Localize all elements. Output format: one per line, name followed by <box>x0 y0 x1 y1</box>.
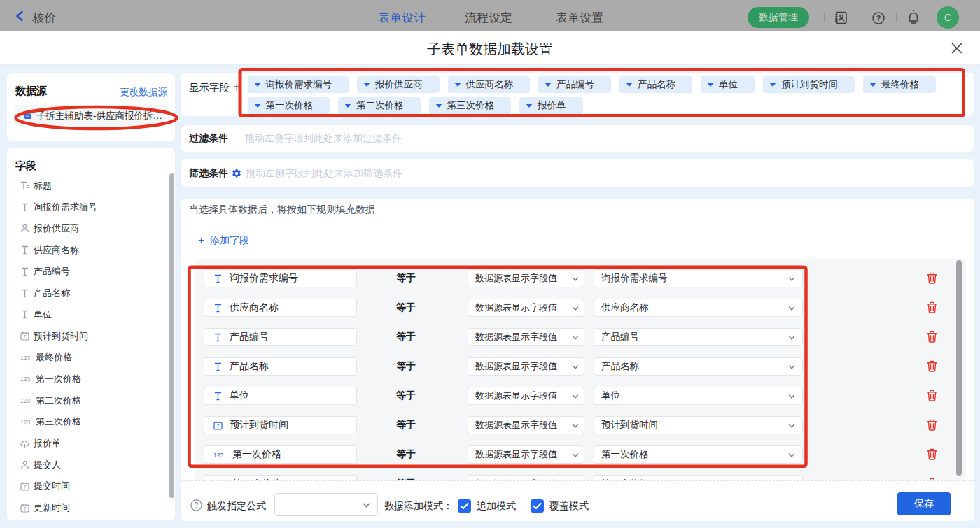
svg-text:7: 7 <box>24 506 27 511</box>
svg-text:?: ? <box>876 14 881 22</box>
svg-text:123: 123 <box>20 376 30 383</box>
svg-text:123: 123 <box>20 397 30 404</box>
svg-text:?: ? <box>195 501 199 509</box>
svg-text:123: 123 <box>20 419 30 426</box>
svg-text:123: 123 <box>214 452 223 459</box>
svg-text:7: 7 <box>24 485 27 490</box>
svg-text:7: 7 <box>24 334 27 339</box>
svg-text:7: 7 <box>217 424 220 429</box>
svg-text:123: 123 <box>20 355 30 362</box>
